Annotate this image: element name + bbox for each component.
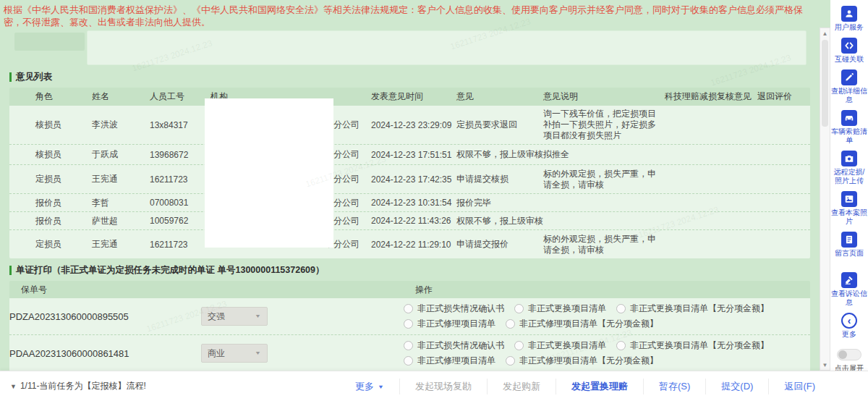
table-row: PDAA202313060000861481 商业 ▼ 非正式损失情况确认书 非… (9, 334, 810, 371)
doc-options-group: 非正式损失情况确认书 非正式更换项目清单 非正式更换项目清单【无分项金额】 非正… (404, 303, 810, 330)
more-button[interactable]: 更多 ▼ (340, 379, 399, 394)
policy-type-cell: 商业 ▼ (201, 344, 404, 363)
radio-icon[interactable] (404, 319, 413, 329)
radio-replace-list-noamount[interactable]: 非正式更换项目清单【无分项金额】 (616, 303, 769, 315)
expand-toggle[interactable] (837, 349, 861, 360)
footer-action-bar: ▼ 1/11-当前任务为【定报核】流程! 更多 ▼ 发起现场复勘 发起购新 发起… (0, 371, 868, 401)
privacy-warning-text: 根据《中华人民共和国消费者权益保护法》、《中华人民共和国网络安全法》等相关法律法… (0, 0, 820, 28)
radio-repair-list[interactable]: 非正式修理项目清单 (404, 318, 495, 330)
caret-down-icon: ▼ (255, 313, 261, 319)
message-doc-icon (841, 232, 857, 248)
col-desc: 意见说明 (543, 90, 665, 103)
caret-down-icon: ▼ (255, 350, 261, 356)
policy-type-cell: 交强 ▼ (201, 307, 404, 326)
start-replacement-claim-button[interactable]: 发起置换理赔 (556, 379, 643, 394)
radio-icon[interactable] (506, 356, 515, 366)
cell-role: 定损员 (35, 173, 92, 185)
camera-icon (841, 151, 857, 166)
cell-time: 2024-12-22 11:43:26 (371, 216, 456, 226)
sidebar-item-remote-loss-photo-upload[interactable]: 远程定损/照片上传 (831, 151, 867, 185)
radio-icon[interactable] (514, 304, 524, 313)
radio-replace-list-noamount[interactable]: 非正式更换项目清单【无分项金额】 (616, 339, 769, 352)
cell-opinion: 申请提交核损 (456, 173, 543, 185)
radio-icon[interactable] (506, 319, 515, 329)
opinion-table-body: 核损员 李洪波 13x84317 省分公司 2024-12-23 23:29:0… (9, 106, 810, 258)
policy-type-dropdown[interactable]: 商业 ▼ (201, 344, 268, 363)
cell-emp-id: 16211723 (150, 240, 210, 250)
radio-repair-list-noamount[interactable]: 非正式修理项目清单【无分项金额】 (506, 318, 658, 330)
cell-opinion: 权限不够，报上级审核 (456, 148, 543, 161)
photo-icon (841, 191, 857, 207)
table-row: 定损员 王宪通 16211723 市分公司 2024-12-22 11:29:1… (9, 229, 810, 258)
radio-icon[interactable] (404, 356, 413, 366)
radio-replace-list[interactable]: 非正式更换项目清单 (514, 303, 606, 315)
cell-opinion: 申请提交报价 (456, 238, 543, 250)
policy-type-value: 商业 (208, 347, 225, 360)
cell-emp-id: 13x84317 (150, 120, 210, 130)
cell-name: 李洪波 (92, 119, 150, 131)
cell-name: 王宪通 (92, 173, 150, 185)
table-row: 定损员 王宪通 16211723 市分公司 2024-12-23 17:42:3… (9, 164, 810, 193)
task-status[interactable]: ▼ 1/11-当前任务为【定报核】流程! (0, 380, 146, 392)
table-row: 报价员 李哲 07008031 省分公司 2024-12-23 10:31:54… (9, 193, 810, 211)
scroll-down-icon[interactable]: ▼ (820, 360, 830, 370)
scrollbar-thumb[interactable] (822, 40, 828, 127)
radio-icon[interactable] (616, 304, 626, 313)
sidebar-item-case-photos[interactable]: 查看本案照片 (831, 191, 867, 226)
sidebar-item-message-page[interactable]: 留言页面 (831, 232, 867, 258)
sidebar-item-survey-detail[interactable]: 查勘详细信息 (831, 69, 867, 104)
link-arrows-icon (841, 38, 857, 54)
doc-options-line: 非正式损失情况确认书 非正式更换项目清单 非正式更换项目清单【无分项金额】 (404, 303, 810, 315)
caret-down-icon: ▼ (378, 383, 384, 389)
remark-textarea[interactable] (87, 30, 807, 65)
col-role: 角色 (35, 90, 92, 103)
print-section-title: 单证打印（非正式单证为定损任务未完成时的单证 单号130000011537260… (9, 264, 810, 277)
sidebar-item-collision-link[interactable]: 互碰关联 (831, 38, 867, 64)
col-name: 姓名 (92, 90, 150, 103)
sidebar-item-more[interactable]: ‹ 更多 (831, 313, 867, 339)
radio-repair-list-noamount[interactable]: 非正式修理项目清单【无分项金额】 (506, 355, 658, 367)
radio-repair-list[interactable]: 非正式修理项目清单 (404, 355, 495, 367)
cell-name: 王宪通 (92, 238, 150, 250)
cell-role: 定损员 (35, 238, 92, 250)
cell-name: 李哲 (92, 197, 150, 209)
cell-desc: 标的外观定损，损失严重，申请全损，请审核 (543, 231, 665, 258)
submit-button[interactable]: 提交(D) (705, 379, 768, 394)
radio-loss-confirmation[interactable]: 非正式损失情况确认书 (404, 339, 504, 352)
col-tech-review: 科技理赔减损复核意见 (665, 90, 757, 103)
radio-loss-confirmation[interactable]: 非正式损失情况确认书 (404, 303, 504, 315)
save-draft-button[interactable]: 暂存(S) (643, 379, 705, 394)
toggle-knob (838, 350, 847, 359)
col-action: 操作 (415, 284, 810, 296)
doc-options-group: 非正式损失情况确认书 非正式更换项目清单 非正式更换项目清单【无分项金额】 非正… (404, 339, 810, 367)
radio-icon[interactable] (404, 304, 413, 313)
opinion-section-title-text: 意见列表 (16, 71, 52, 83)
doc-options-line: 非正式损失情况确认书 非正式更换项目清单 非正式更换项目清单【无分项金额】 (404, 339, 810, 352)
start-buy-new-button[interactable]: 发起购新 (487, 379, 556, 394)
back-button[interactable]: 返回(F) (768, 379, 830, 394)
col-policy-no: 保单号 (21, 284, 213, 296)
vertical-scrollbar[interactable]: ▲ ▼ (820, 28, 830, 371)
policy-type-value: 交强 (208, 311, 225, 323)
radio-replace-list[interactable]: 非正式更换项目清单 (514, 339, 606, 352)
sidebar-item-litigation-info[interactable]: 查看诉讼信息 (831, 272, 867, 307)
start-site-resurvey-button[interactable]: 发起现场复勘 (399, 379, 487, 394)
radio-icon[interactable] (404, 341, 413, 350)
cell-time: 2024-12-23 23:29:09 (371, 120, 456, 130)
table-row: 报价员 萨世超 10059762 市分公司 2024-12-22 11:43:2… (9, 211, 810, 229)
doc-options-line: 非正式修理项目清单 非正式修理项目清单【无分项金额】 (404, 318, 810, 330)
cell-emp-id: 10059762 (150, 216, 210, 226)
opinion-section-title: 意见列表 (9, 71, 810, 83)
radio-icon[interactable] (514, 341, 524, 350)
cell-desc (543, 200, 665, 206)
sidebar-item-user-service[interactable]: 用户服务 (831, 6, 867, 32)
radio-icon[interactable] (616, 341, 626, 350)
policy-type-dropdown[interactable]: 交强 ▼ (201, 307, 268, 326)
sidebar-item-vehicle-claim-list[interactable]: 车辆索赔清单 (831, 110, 867, 145)
section-accent-bar (9, 266, 12, 275)
col-time: 发表意见时间 (371, 90, 456, 103)
section-accent-bar (9, 72, 12, 82)
scroll-up-icon[interactable]: ▲ (820, 28, 830, 38)
cell-time: 2024-12-22 11:29:10 (371, 240, 456, 250)
cell-emp-id: 13968672 (150, 150, 210, 160)
